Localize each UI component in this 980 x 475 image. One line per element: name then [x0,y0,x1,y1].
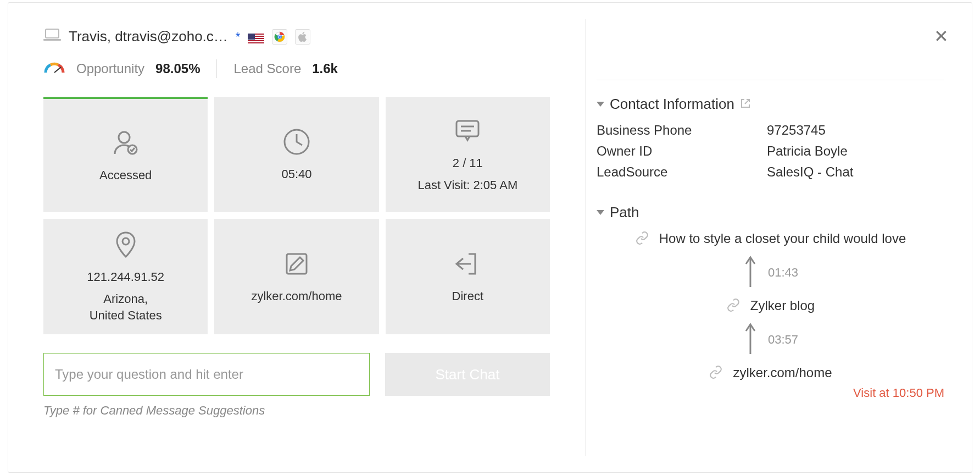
svg-line-14 [54,67,61,73]
path-arrow: 01:43 [597,255,944,290]
arrow-up-icon [743,322,758,357]
divider [216,59,217,78]
path-text: zylker.com/home [733,365,832,380]
opportunity-value: 98.05% [155,61,200,76]
path-arrow: 03:57 [597,322,944,357]
path-step[interactable]: Zylker blog [597,298,944,314]
contact-value: SalesIQ - Chat [767,164,853,180]
contact-row: Owner ID Patricia Boyle [597,143,944,159]
path-header[interactable]: Path [597,204,944,221]
tile-source[interactable]: Direct [386,219,550,334]
visitor-header: Travis, dtravis@zoho.c… * [43,28,550,45]
separator [597,80,944,80]
link-icon [726,298,740,314]
tiles-grid: Accessed 05:40 2 / 11 Last Visit: 2:05 A… [43,97,550,334]
apple-icon [295,29,310,45]
right-pane: Contact Information Business Phone 97253… [585,19,972,456]
tile-duration[interactable]: 05:40 [214,97,378,212]
contact-row: Business Phone 97253745 [597,123,944,138]
tile-page-value: zylker.com/home [251,288,342,305]
caret-down-icon [597,210,604,215]
contact-key: Owner ID [597,143,767,159]
tile-page[interactable]: zylker.com/home [214,219,378,334]
tile-visits-sub: Last Visit: 2:05 AM [417,177,517,194]
contact-info-title: Contact Information [610,96,734,113]
svg-rect-0 [46,29,59,38]
path-step[interactable]: How to style a closet your child would l… [597,231,944,247]
tile-ip: 121.244.91.52 [87,269,164,285]
left-pane: Travis, dtravis@zoho.c… * Opportunity 98… [8,3,585,472]
lead-score-label: Lead Score [233,61,301,76]
chat-icon [452,115,483,150]
star-icon: * [236,30,241,44]
stats-row: Opportunity 98.05% Lead Score 1.6k [43,59,550,78]
svg-point-13 [279,35,281,37]
laptop-icon [43,28,61,45]
link-icon [709,365,723,382]
svg-rect-18 [456,121,478,136]
compose-row: Start Chat [43,353,550,396]
opportunity-label: Opportunity [76,61,144,76]
path-step[interactable]: zylker.com/home [597,365,944,382]
contact-value: Patricia Boyle [767,143,848,159]
contact-key: LeadSource [597,164,767,180]
visitor-panel: ✕ Travis, dtravis@zoho.c… * Opportunity … [8,2,972,473]
svg-rect-7 [248,43,264,45]
external-link-icon[interactable] [740,96,751,113]
link-icon [635,231,649,247]
arrow-up-icon [743,255,758,290]
contact-row: LeadSource SalesIQ - Chat [597,164,944,180]
lead-score-value: 1.6k [312,61,338,76]
pin-icon [110,229,141,263]
start-chat-button[interactable]: Start Chat [385,353,550,396]
path-time: 03:57 [768,333,798,347]
canned-hint: Type # for Canned Message Suggestions [43,404,550,418]
tile-visits[interactable]: 2 / 11 Last Visit: 2:05 AM [386,97,550,212]
path-section: Path How to style a closet your child wo… [597,204,944,400]
tile-accessed-label: Accessed [99,167,152,184]
tile-location[interactable]: 121.244.91.52 Arizona, United States [43,219,208,334]
us-flag-icon [248,31,264,42]
close-icon[interactable]: ✕ [934,26,949,47]
tile-source-value: Direct [452,288,483,305]
tile-loc2: United States [90,308,162,322]
visit-timestamp: Visit at 10:50 PM [597,386,944,400]
tile-accessed[interactable]: Accessed [43,97,208,212]
user-check-icon [110,128,141,162]
path-title: Path [610,204,639,221]
clock-icon [281,126,312,161]
edit-icon [281,248,312,283]
svg-point-21 [122,238,129,245]
tile-loc1: Arizona, [103,292,148,306]
svg-rect-8 [248,34,255,40]
svg-rect-1 [43,39,61,41]
path-text: How to style a closet your child would l… [659,231,906,246]
contact-key: Business Phone [597,123,767,138]
svg-rect-6 [248,41,264,42]
chat-input[interactable] [43,353,370,396]
tile-duration-value: 05:40 [281,166,311,183]
chrome-icon [272,29,287,45]
path-time: 01:43 [768,266,798,280]
tile-visits-count: 2 / 11 [453,155,483,172]
caret-down-icon [597,102,604,107]
gauge-icon [43,60,65,77]
svg-point-15 [119,132,130,143]
path-text: Zylker blog [750,298,815,313]
visitor-name: Travis, dtravis@zoho.c… [69,28,228,45]
contact-info-header[interactable]: Contact Information [597,96,944,113]
enter-icon [452,248,483,283]
contact-value: 97253745 [767,123,826,138]
